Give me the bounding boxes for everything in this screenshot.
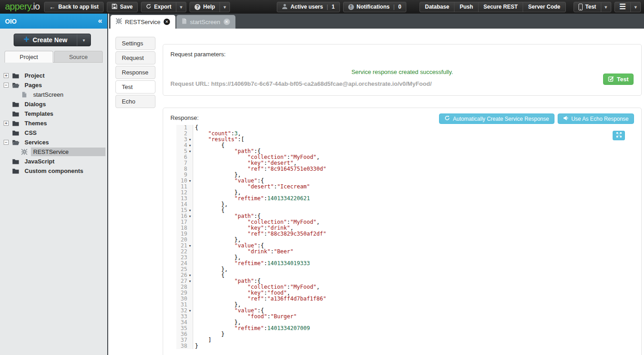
fold-spacer — [187, 160, 193, 166]
code-line: 24 "reftime":1401334019333 — [176, 261, 632, 266]
chevron-down-icon: ▾ — [83, 38, 85, 43]
request-parameters-title: Request parameters: — [170, 51, 225, 58]
code-line: 38} — [176, 343, 632, 349]
close-tab-icon[interactable]: ✕ — [164, 19, 170, 25]
create-new-split-button: + Create New ▾ — [14, 34, 91, 46]
tab-source[interactable]: Source — [54, 51, 103, 62]
tab-test[interactable]: Test — [115, 80, 155, 94]
fold-arrow-icon[interactable]: ▾ — [187, 213, 193, 219]
fold-arrow-icon[interactable]: ▾ — [187, 308, 193, 314]
fold-arrow-icon[interactable]: ▾ — [187, 207, 193, 213]
active-users-indicator[interactable]: Active users | 1 — [277, 2, 339, 12]
tree-item-restservice[interactable]: RESTService — [0, 147, 107, 157]
hamburger-icon: ☰ — [619, 3, 626, 10]
fold-arrow-icon[interactable]: ▾ — [187, 143, 193, 148]
app-test-button[interactable]: Test — [574, 2, 601, 12]
export-dropdown-button[interactable]: ▾ — [176, 2, 186, 12]
fold-arrow-icon[interactable]: ▾ — [187, 278, 193, 284]
code-line: 3▾ "results":[ — [176, 137, 632, 143]
fold-spacer — [187, 225, 193, 231]
tree-item-dialogs[interactable]: Dialogs — [0, 99, 107, 109]
tree-item-themes[interactable]: +Themes — [0, 118, 107, 128]
code-line: 35 "reftime":1401334207009 — [176, 325, 632, 331]
help-button[interactable]: ? Help — [190, 2, 220, 12]
fold-spacer — [187, 131, 193, 137]
response-title: Response: — [170, 114, 199, 121]
menu-dropdown-button[interactable]: ▾ — [630, 2, 640, 12]
main-menu-button[interactable]: ☰ — [615, 2, 630, 12]
doc-tab-restservice[interactable]: RESTService ✕ — [110, 15, 175, 29]
use-as-echo-button[interactable]: Use As Echo Response — [558, 113, 634, 124]
collapse-sidebar-icon[interactable]: « — [98, 17, 102, 25]
fold-arrow-icon[interactable]: ▾ — [187, 178, 193, 184]
create-new-button[interactable]: + Create New — [14, 34, 77, 46]
tree-expander-icon[interactable]: + — [4, 121, 9, 126]
code-editor-lines[interactable]: 1{2 "count":3,3▾ "results":[4▾ {5▾ "path… — [176, 125, 632, 349]
tab-response[interactable]: Response — [115, 66, 155, 79]
fold-arrow-icon[interactable]: ▾ — [187, 272, 193, 278]
plus-icon: + — [24, 39, 30, 41]
code-line: 11 "desert":"Icecream" — [176, 184, 632, 190]
nav-secure-rest-button[interactable]: Secure REST — [479, 2, 523, 12]
nav-push-button[interactable]: Push — [454, 2, 478, 12]
folder-closed-icon — [12, 159, 20, 164]
tree-item-startscreen[interactable]: startScreen — [0, 90, 107, 99]
save-button[interactable]: Save — [107, 2, 138, 12]
tree-item-label: Custom components — [22, 167, 105, 175]
tree-item-project[interactable]: +Project — [0, 71, 107, 80]
export-button[interactable]: Export — [141, 2, 176, 12]
back-to-app-list-button[interactable]: ← Back to app list — [44, 2, 104, 12]
tree-item-javascript[interactable]: JavaScript — [0, 157, 107, 166]
tree-item-label: Themes — [22, 119, 105, 128]
tree-item-templates[interactable]: Templates — [0, 109, 107, 118]
project-sidebar: OIO « + Create New ▾ Project Source +Pro… — [0, 14, 108, 355]
tree-item-css[interactable]: CSS — [0, 128, 107, 138]
fold-spacer — [187, 337, 193, 343]
fold-spacer — [187, 343, 193, 349]
gear-icon — [20, 149, 28, 155]
tree-expander-icon[interactable]: + — [4, 73, 9, 78]
user-icon — [282, 4, 288, 10]
file-icon — [20, 92, 28, 98]
fold-spacer — [187, 266, 193, 272]
fold-arrow-icon[interactable]: ▾ — [187, 243, 193, 249]
fold-arrow-icon[interactable]: ▾ — [187, 148, 193, 154]
tab-project[interactable]: Project — [5, 51, 53, 63]
code-line: 22 "drink":"Beer" — [176, 249, 632, 255]
code-line: 1{ — [176, 125, 632, 131]
fold-spacer — [187, 202, 193, 207]
sidebar-tabs: Project Source — [5, 51, 103, 63]
tree-expander-icon[interactable]: − — [4, 83, 9, 88]
appery-logo: appery.io — [5, 1, 40, 12]
tree-item-label: Pages — [22, 81, 105, 89]
refresh-icon — [444, 115, 450, 122]
test-service-button[interactable]: Test — [603, 74, 634, 85]
create-new-dropdown-button[interactable]: ▾ — [77, 34, 90, 46]
tree-item-pages[interactable]: −Pages — [0, 80, 107, 90]
nav-server-code-button[interactable]: Server Code — [523, 2, 565, 12]
doc-tab-startscreen[interactable]: startScreen ✕ — [176, 15, 235, 29]
fold-spacer — [187, 320, 193, 325]
active-users-count: 1 — [332, 4, 335, 10]
fold-spacer — [187, 219, 193, 225]
notifications-count: 0 — [398, 4, 401, 10]
fold-spacer — [187, 302, 193, 308]
close-tab-icon[interactable]: ✕ — [224, 19, 230, 25]
test-split-button: Test ▾ — [574, 2, 611, 12]
test-dropdown-button[interactable]: ▾ — [601, 2, 611, 12]
nav-database-button[interactable]: Database — [420, 2, 454, 12]
fold-arrow-icon[interactable]: ▾ — [187, 137, 193, 143]
tab-echo[interactable]: Echo — [115, 95, 155, 108]
notifications-indicator[interactable]: ! Notifications | 0 — [343, 2, 406, 12]
tab-request[interactable]: Request — [115, 51, 155, 64]
fold-spacer — [187, 190, 193, 196]
folder-closed-icon — [12, 130, 20, 136]
folder-closed-icon — [12, 73, 20, 79]
help-dropdown-button[interactable]: ▾ — [220, 2, 230, 12]
tree-expander-icon[interactable]: − — [4, 140, 9, 145]
service-status-message: Service response created successfully. — [163, 69, 641, 75]
tab-settings[interactable]: Settings — [115, 37, 155, 50]
tree-item-custom-components[interactable]: Custom components — [0, 166, 107, 176]
tree-item-services[interactable]: −Services — [0, 138, 107, 147]
auto-create-response-button[interactable]: Automatically Create Service Response — [439, 113, 554, 124]
